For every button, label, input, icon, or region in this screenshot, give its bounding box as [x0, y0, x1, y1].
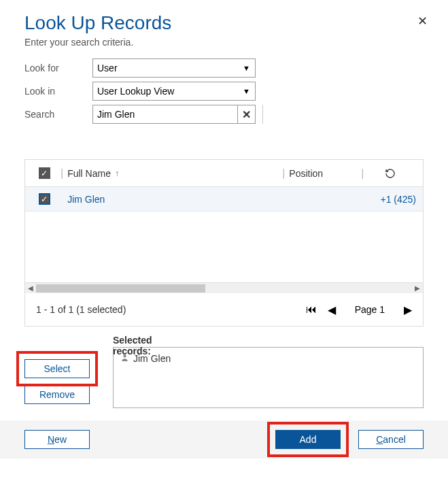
row-name-link[interactable]: Jim Glen [67, 194, 105, 205]
selected-item[interactable]: Jim Glen [120, 353, 416, 364]
row-phone: +1 (425) [368, 194, 416, 205]
refresh-icon[interactable] [384, 167, 396, 180]
highlight-select: Select [16, 351, 98, 386]
prev-page-icon[interactable]: ◀ [328, 303, 336, 316]
search-input[interactable] [92, 105, 256, 124]
horizontal-scrollbar[interactable]: ◀ ▶ [25, 282, 423, 293]
record-count: 1 - 1 of 1 (1 selected) [36, 304, 306, 315]
divider [262, 105, 263, 124]
highlight-add: Add [267, 422, 349, 457]
scroll-left-icon[interactable]: ◀ [25, 283, 36, 294]
dialog-subtitle: Enter your search criteria. [24, 37, 424, 48]
next-page-icon[interactable]: ▶ [404, 303, 412, 316]
selected-label: Selected records: [113, 335, 152, 356]
row-checkbox[interactable] [39, 193, 50, 205]
scroll-right-icon[interactable]: ▶ [412, 283, 423, 294]
clear-search-icon[interactable]: ✕ [237, 105, 255, 123]
sort-asc-icon: ↑ [115, 169, 119, 178]
column-separator: | [282, 167, 285, 180]
lookin-label: Look in [24, 86, 92, 97]
lookfor-label: Look for [24, 63, 92, 73]
close-icon[interactable]: ✕ [417, 14, 428, 29]
lookin-select[interactable]: User Lookup View [92, 82, 256, 101]
lookfor-select[interactable]: User [92, 59, 256, 78]
first-page-icon[interactable]: ⏮ [306, 303, 317, 316]
column-separator: | [61, 167, 63, 180]
cancel-button[interactable]: Cancel [358, 430, 424, 449]
column-separator: | [361, 167, 364, 180]
add-button[interactable]: Add [275, 430, 341, 449]
column-position[interactable]: Position [289, 168, 323, 179]
new-button[interactable]: New [24, 430, 90, 449]
results-grid: | Full Name ↑ | Position | [24, 159, 424, 327]
page-indicator: Page 1 [355, 304, 385, 315]
select-button[interactable]: Select [24, 359, 90, 378]
table-row[interactable]: | Jim Glen | | +1 (425) [25, 187, 423, 212]
select-all-checkbox[interactable] [39, 167, 50, 179]
search-label: Search [24, 109, 92, 120]
column-fullname[interactable]: Full Name [67, 168, 111, 179]
dialog-title: Look Up Records [24, 12, 424, 34]
remove-button[interactable]: Remove [24, 385, 90, 404]
selected-records-box: Jim Glen [113, 347, 424, 408]
